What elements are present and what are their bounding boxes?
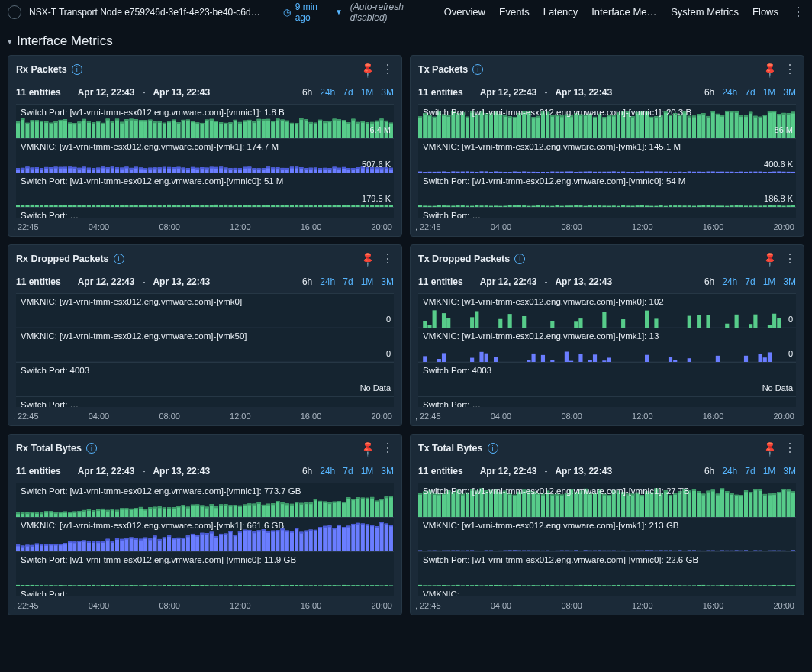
svg-rect-207	[124, 166, 128, 168]
quick-24h[interactable]: 24h	[722, 276, 737, 287]
pin-icon[interactable]: 📌	[359, 60, 376, 78]
x-tick: 20:00	[371, 412, 392, 421]
quick-1M[interactable]: 1M	[361, 87, 374, 98]
refresh-age[interactable]: ◷ 9 min ago ▼	[283, 2, 343, 23]
pin-icon[interactable]: 📌	[761, 439, 778, 457]
svg-rect-522	[706, 116, 710, 139]
quick-7d[interactable]: 7d	[343, 466, 353, 477]
quick-6h[interactable]: 6h	[704, 87, 714, 98]
quick-6h[interactable]: 6h	[302, 466, 312, 477]
info-icon[interactable]: i	[488, 443, 498, 454]
svg-rect-1326	[777, 492, 781, 518]
date-range[interactable]: Apr 12, 22:43 - Apr 13, 22:43	[480, 276, 612, 287]
svg-rect-301	[346, 168, 350, 170]
quick-6h[interactable]: 6h	[704, 466, 714, 477]
date-range[interactable]: Apr 12, 22:43 - Apr 13, 22:43	[480, 87, 612, 98]
svg-rect-1008	[191, 534, 195, 552]
pin-icon[interactable]: 📌	[761, 60, 778, 78]
pin-icon[interactable]: 📌	[761, 250, 778, 267]
svg-rect-907	[327, 502, 331, 504]
pin-icon[interactable]: 📌	[359, 439, 376, 457]
tab-latency[interactable]: Latency	[543, 6, 578, 18]
svg-rect-157	[385, 121, 388, 122]
quick-24h[interactable]: 24h	[320, 276, 335, 287]
pin-icon[interactable]: 📌	[359, 250, 376, 267]
quick-3M[interactable]: 3M	[381, 276, 394, 287]
section-header[interactable]: ▾ Interface Metrics	[8, 34, 804, 49]
card-menu-icon[interactable]: ⋮	[382, 62, 394, 76]
quick-3M[interactable]: 3M	[381, 87, 394, 98]
info-icon[interactable]: i	[86, 443, 97, 454]
quick-7d[interactable]: 7d	[343, 276, 353, 287]
lane-right-value: 0	[788, 349, 793, 358]
svg-rect-1226	[541, 494, 545, 519]
quick-6h[interactable]: 6h	[302, 276, 312, 287]
quick-24h[interactable]: 24h	[722, 466, 737, 477]
card-menu-icon[interactable]: ⋮	[382, 251, 394, 266]
card-tx-bytes: Tx Total Bytes i 📌 ⋮ 11 entities Apr 12,…	[410, 434, 804, 615]
svg-rect-1297	[706, 491, 710, 493]
svg-rect-1322	[768, 493, 772, 518]
info-icon[interactable]: i	[472, 64, 483, 75]
quick-6h[interactable]: 6h	[704, 276, 714, 287]
card-menu-icon[interactable]: ⋮	[784, 441, 796, 455]
card-menu-icon[interactable]: ⋮	[784, 62, 796, 76]
svg-rect-1021	[219, 534, 223, 535]
quick-7d[interactable]: 7d	[745, 276, 755, 287]
info-icon[interactable]: i	[514, 254, 525, 264]
card-menu-icon[interactable]: ⋮	[382, 441, 394, 455]
svg-rect-537	[740, 115, 743, 117]
svg-rect-918	[356, 497, 360, 518]
date-range[interactable]: Apr 12, 22:43 - Apr 13, 22:43	[78, 276, 210, 287]
tab-system-metrics[interactable]: System Metrics	[671, 6, 739, 18]
info-icon[interactable]: i	[114, 254, 124, 264]
svg-rect-1305	[725, 491, 729, 493]
page-title: NSX-T Transport Node e759246d-3e1f-4e23-…	[29, 7, 260, 18]
quick-1M[interactable]: 1M	[763, 466, 776, 477]
quick-1M[interactable]: 1M	[763, 276, 776, 287]
x-tick: 22:45	[18, 601, 39, 610]
svg-rect-1301	[716, 494, 720, 496]
quick-1M[interactable]: 1M	[361, 276, 374, 287]
quick-1M[interactable]: 1M	[361, 466, 374, 477]
range-sep: -	[142, 466, 145, 477]
svg-rect-795	[63, 512, 67, 513]
svg-rect-915	[346, 497, 350, 499]
svg-rect-249	[224, 168, 227, 170]
quick-7d[interactable]: 7d	[343, 87, 353, 98]
svg-rect-79	[200, 123, 204, 124]
date-range[interactable]: Apr 12, 22:43 - Apr 13, 22:43	[78, 87, 210, 98]
svg-rect-136	[337, 119, 341, 139]
quick-3M[interactable]: 3M	[783, 276, 796, 287]
quick-6h[interactable]: 6h	[302, 87, 312, 98]
tab-interface-metrics[interactable]: Interface Metri…	[591, 6, 657, 18]
quick-3M[interactable]: 3M	[381, 466, 394, 477]
svg-rect-181	[63, 167, 67, 169]
svg-rect-100	[252, 121, 256, 139]
svg-rect-131	[323, 121, 327, 123]
quick-1M[interactable]: 1M	[763, 87, 776, 98]
tab-flows[interactable]: Flows	[752, 6, 778, 18]
quick-24h[interactable]: 24h	[320, 87, 335, 98]
quick-24h[interactable]: 24h	[320, 466, 335, 477]
date-range[interactable]: Apr 12, 22:43 - Apr 13, 22:43	[480, 466, 612, 477]
quick-7d[interactable]: 7d	[745, 87, 755, 98]
svg-rect-410	[442, 115, 446, 140]
date-range[interactable]: Apr 12, 22:43 - Apr 13, 22:43	[78, 466, 210, 477]
quick-3M[interactable]: 3M	[783, 87, 796, 98]
tab-overview[interactable]: Overview	[444, 6, 485, 18]
svg-rect-895	[299, 503, 303, 505]
tab-events[interactable]: Events	[499, 6, 530, 18]
quick-24h[interactable]: 24h	[722, 87, 737, 98]
info-icon[interactable]: i	[72, 64, 82, 75]
svg-rect-949	[49, 544, 53, 545]
lane-label: VMKNIC: [w1-vrni-tmm-esx012.eng.vmware.c…	[423, 521, 679, 530]
svg-rect-406	[433, 117, 437, 140]
svg-rect-441	[513, 117, 517, 118]
svg-rect-739	[706, 315, 710, 329]
header-overflow-menu[interactable]: ⋮	[792, 6, 804, 18]
card-menu-icon[interactable]: ⋮	[784, 251, 796, 266]
quick-7d[interactable]: 7d	[745, 466, 755, 477]
entity-count: 11 entities	[418, 87, 463, 98]
quick-3M[interactable]: 3M	[783, 466, 796, 477]
